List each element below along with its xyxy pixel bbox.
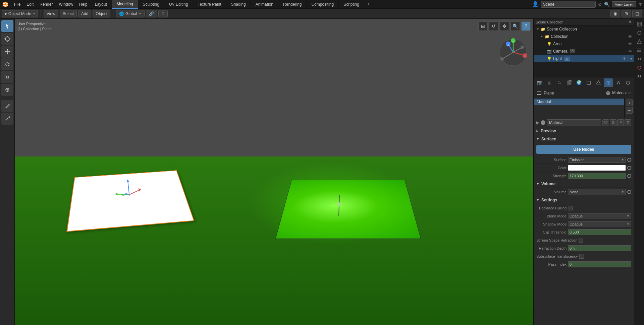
- volume-socket[interactable]: [627, 190, 631, 194]
- sidebar-strip-btn-5[interactable]: [635, 55, 643, 63]
- add-workspace-btn[interactable]: +: [364, 0, 373, 9]
- surface-section-header[interactable]: ▼ Surface · · · · ·: [534, 135, 634, 143]
- menu-file[interactable]: File: [11, 0, 23, 9]
- select-menu-btn[interactable]: Select: [60, 10, 77, 17]
- tab-shading[interactable]: Shading: [226, 0, 251, 9]
- snap-btn[interactable]: 🔗: [146, 10, 157, 17]
- color-socket[interactable]: [627, 166, 631, 170]
- shadow-mode-dropdown[interactable]: Opaque ▼: [568, 221, 631, 227]
- material-name-field[interactable]: Material: [547, 119, 601, 126]
- sidebar-strip-btn-4[interactable]: [635, 46, 643, 54]
- scale-tool-btn[interactable]: [1, 71, 13, 83]
- color-input[interactable]: [568, 165, 626, 171]
- move-tool-btn[interactable]: [1, 46, 13, 58]
- outliner-collection[interactable]: ▼ 📁 Collection 👁: [534, 33, 634, 40]
- view-layer-properties-btn[interactable]: 🗂: [555, 78, 564, 87]
- scene-settings-icon[interactable]: ⚙: [598, 2, 602, 7]
- sidebar-strip-btn-1[interactable]: [635, 20, 643, 28]
- viewport-orbit-btn[interactable]: ↺: [489, 21, 498, 31]
- strength-socket[interactable]: [627, 174, 631, 178]
- strength-input[interactable]: 170.300: [568, 173, 626, 179]
- view-layer-display[interactable]: View Layer: [612, 1, 636, 7]
- transform-mode-btn[interactable]: 🌐 Global ▼: [116, 10, 145, 17]
- proportional-btn[interactable]: ⊙: [158, 10, 168, 17]
- tab-compositing[interactable]: Compositing: [307, 0, 339, 9]
- navigation-gizmo[interactable]: Y X Z: [498, 37, 528, 67]
- surface-shader-dropdown[interactable]: Emission ▼: [568, 157, 626, 163]
- overlay-btn[interactable]: ⊞: [622, 10, 631, 17]
- add-menu-btn[interactable]: Add: [78, 10, 91, 17]
- subsurface-translucency-checkbox[interactable]: [579, 254, 584, 259]
- tab-layout[interactable]: Layout: [90, 0, 112, 9]
- xray-btn[interactable]: ◫: [632, 10, 642, 17]
- backface-culling-checkbox[interactable]: [568, 206, 573, 210]
- sidebar-strip-btn-6[interactable]: [635, 64, 643, 72]
- material-slot-item[interactable]: Material: [534, 99, 624, 105]
- view-menu-btn[interactable]: View: [44, 10, 58, 17]
- expand-props-icon[interactable]: ⤢: [628, 90, 631, 96]
- settings-section-header[interactable]: ▼ Settings · · · · ·: [534, 196, 634, 204]
- material-properties-btn[interactable]: [604, 78, 613, 87]
- sidebar-strip-btn-7[interactable]: [635, 72, 643, 80]
- viewport-grid-btn[interactable]: ⊞: [478, 21, 488, 31]
- scene-name-input[interactable]: Scene: [541, 1, 596, 8]
- 3d-viewport[interactable]: User Perspective (1) Collection | Plane …: [15, 19, 533, 325]
- tab-animation[interactable]: Animation: [251, 0, 278, 9]
- tab-uv-editing[interactable]: UV Editing: [164, 0, 193, 9]
- select-tool-btn[interactable]: [1, 20, 13, 32]
- preview-section-header[interactable]: ▶ Preview · · · · ·: [534, 127, 634, 135]
- tab-sculpting[interactable]: Sculpting: [138, 0, 164, 9]
- surface-shader-socket[interactable]: [627, 158, 631, 162]
- world-properties-btn[interactable]: 🌍: [574, 78, 583, 87]
- material-settings-btn[interactable]: ⚙: [625, 119, 631, 126]
- object-mode-select[interactable]: ● Object Mode ▼: [2, 10, 38, 17]
- add-material-slot-btn[interactable]: +: [626, 100, 633, 106]
- particles-properties-btn[interactable]: ⁂: [613, 78, 623, 87]
- tab-modeling[interactable]: Modeling: [112, 0, 138, 9]
- blend-mode-dropdown[interactable]: Opaque ▼: [568, 213, 631, 219]
- object-properties-btn[interactable]: [584, 78, 593, 87]
- scene-properties-btn[interactable]: 🎬: [565, 78, 574, 87]
- outliner-camera[interactable]: 📷 Camera D 👁: [534, 48, 634, 55]
- viewport-shading-icons[interactable]: ◉: [610, 10, 620, 17]
- user-icon[interactable]: 👤: [532, 1, 539, 7]
- eye-icon-light[interactable]: 👁: [623, 57, 626, 61]
- remove-material-slot-btn[interactable]: −: [626, 107, 633, 114]
- outliner-filter-icon[interactable]: ▼: [628, 20, 632, 24]
- rotate-tool-btn[interactable]: [1, 58, 13, 70]
- sidebar-strip-btn-3[interactable]: [635, 38, 643, 46]
- clip-threshold-input[interactable]: 0.500: [568, 229, 631, 235]
- viewport-camera-btn[interactable]: ?: [521, 21, 531, 31]
- viewport-pan-btn[interactable]: ✥: [500, 21, 509, 31]
- eye-icon-camera[interactable]: 👁: [628, 49, 632, 53]
- material-copy-btn[interactable]: ⧉: [610, 119, 616, 126]
- search-icon[interactable]: 🔍: [604, 2, 610, 7]
- physics-properties-btn[interactable]: [624, 78, 633, 87]
- outliner-light[interactable]: 💡 Light D 👁 ▼: [534, 55, 634, 62]
- tab-rendering[interactable]: Rendering: [278, 0, 307, 9]
- material-shield-icon[interactable]: 🛡: [602, 119, 609, 126]
- menu-render[interactable]: Render: [37, 0, 55, 9]
- tab-scripting[interactable]: Scripting: [339, 0, 364, 9]
- measure-tool-btn[interactable]: [1, 113, 13, 125]
- render-properties-btn[interactable]: 📷: [535, 78, 544, 87]
- tab-texture-paint[interactable]: Texture Paint: [193, 0, 226, 9]
- blender-logo[interactable]: [1, 0, 9, 8]
- menu-window[interactable]: Window: [56, 0, 76, 9]
- volume-type-dropdown[interactable]: None ▼: [568, 189, 626, 195]
- volume-section-header[interactable]: ▼ Volume · · · · ·: [534, 180, 634, 188]
- menu-edit[interactable]: Edit: [24, 0, 36, 9]
- cursor-tool-btn[interactable]: [1, 33, 13, 45]
- use-nodes-button[interactable]: Use Nodes: [536, 145, 631, 154]
- menu-help[interactable]: Help: [76, 0, 90, 9]
- object-menu-btn[interactable]: Object: [93, 10, 110, 17]
- outliner-area[interactable]: 💡 Area 👁: [534, 40, 634, 48]
- pass-index-input[interactable]: 0: [568, 261, 631, 267]
- refraction-depth-input[interactable]: 0m: [568, 245, 631, 251]
- transform-tool-btn[interactable]: [1, 84, 13, 96]
- outliner-scene-collection[interactable]: ▼ 📁 Scene Collection: [534, 25, 634, 33]
- output-properties-btn[interactable]: 🖨: [545, 78, 554, 87]
- sidebar-strip-btn-2[interactable]: [635, 29, 643, 37]
- light-expand-btn[interactable]: ▼: [630, 57, 633, 61]
- screen-space-refraction-checkbox[interactable]: [579, 238, 583, 243]
